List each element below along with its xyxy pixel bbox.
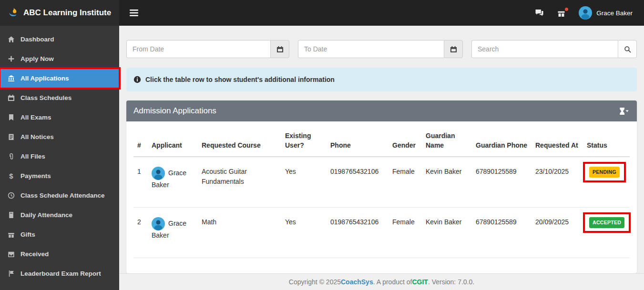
sidebar-item-payments[interactable]: $ Payments	[0, 166, 119, 186]
table-row[interactable]: 1 Grace Baker Acoustic Guitar Fundamenta…	[133, 157, 630, 208]
status-badge: PENDING	[589, 167, 620, 178]
user-menu[interactable]: Grace Baker	[579, 6, 633, 20]
cell-phone: 0198765432106	[327, 157, 388, 208]
col-header: Applicant	[148, 121, 198, 157]
search-input[interactable]	[471, 40, 618, 58]
cell-existing-user: Yes	[281, 157, 327, 208]
admissions-panel: Admission Applications	[126, 100, 637, 273]
search-icon	[624, 46, 631, 53]
sidebar-item-dashboard[interactable]: Dashboard	[0, 30, 119, 49]
sidebar-item-label: All Files	[20, 153, 45, 160]
search-button[interactable]	[618, 40, 637, 58]
from-date-group	[126, 40, 289, 58]
sidebar-item-label: Dashboard	[20, 36, 54, 43]
topbar-icons: Grace Baker	[535, 6, 644, 20]
book-icon	[8, 114, 15, 121]
sidebar-item-label: Leaderboard Exam Report	[20, 270, 101, 277]
annotation-box: PENDING	[583, 162, 626, 183]
annotation-box: ACCEPTED	[583, 212, 631, 233]
plus-icon	[8, 55, 15, 62]
cell-num: 2	[133, 207, 148, 258]
gift-icon	[8, 231, 15, 238]
notification-dot	[565, 8, 568, 11]
brand[interactable]: ABC Learning Institute	[0, 0, 119, 26]
col-header: Guardian Phone	[472, 121, 532, 157]
filter-dropdown-button[interactable]	[619, 108, 630, 115]
applications-table: # Applicant Requested Course Existing Us…	[133, 121, 630, 258]
sidebar-item-all-applications[interactable]: All Applications	[0, 69, 119, 88]
sidebar-item-label: Apply Now	[20, 55, 54, 62]
from-date-input[interactable]	[126, 40, 270, 58]
brand-title: ABC Learning Institute	[23, 8, 111, 18]
hamburger-menu-icon[interactable]	[130, 10, 138, 16]
sidebar-item-daily-attendance[interactable]: Daily Attendance	[0, 205, 119, 225]
to-date-group	[298, 40, 463, 58]
info-alert: Click the table row to show student's ad…	[126, 68, 637, 91]
info-icon	[133, 76, 141, 83]
sidebar-item-class-schedule-attendance[interactable]: Class Schedule Attendance	[0, 186, 119, 205]
panel-header: Admission Applications	[126, 100, 637, 121]
cell-applicant: Grace Baker	[148, 207, 198, 258]
sidebar-item-class-schedules[interactable]: Class Schedules	[0, 88, 119, 108]
cell-existing-user: Yes	[281, 207, 327, 258]
clipboard-icon	[8, 133, 15, 140]
sidebar-item-all-exams[interactable]: All Exams	[0, 108, 119, 127]
col-header: Status	[583, 121, 630, 157]
avatar	[152, 167, 165, 180]
gift-notification-icon[interactable]	[557, 9, 565, 17]
sidebar-item-gifts[interactable]: Gifts	[0, 225, 119, 244]
sidebar-item-all-files[interactable]: All Files	[0, 147, 119, 166]
cell-guardian-phone: 67890125589	[472, 207, 532, 258]
layout: Dashboard Apply Now All Applications Cla…	[0, 26, 644, 290]
flag-icon	[8, 270, 15, 277]
calendar-icon	[8, 94, 15, 101]
cgit-link[interactable]: CGIT	[412, 278, 428, 286]
col-header: Phone	[327, 121, 388, 157]
cell-course: Acoustic Guitar Fundamentals	[198, 157, 281, 208]
footer-text: . Version: 7.0.0.	[428, 278, 474, 286]
col-header: Gender	[388, 121, 422, 157]
cell-phone: 0198765432106	[327, 207, 388, 258]
col-header: Existing User?	[281, 121, 327, 157]
topbar: ABC Learning Institute	[0, 0, 644, 26]
status-badge: ACCEPTED	[589, 217, 624, 229]
cell-num: 1	[133, 157, 148, 208]
sidebar-item-label: Class Schedules	[20, 94, 72, 101]
col-header: Requested Course	[198, 121, 281, 157]
coachsys-link[interactable]: CoachSys	[341, 278, 373, 286]
sidebar-item-all-notices[interactable]: All Notices	[0, 127, 119, 147]
chat-icon[interactable]	[535, 9, 544, 17]
app-root: ABC Learning Institute	[0, 0, 644, 290]
sidebar-item-label: Payments	[20, 172, 51, 180]
table-row[interactable]: 2 Grace Baker Math Yes 0198765432106	[133, 207, 630, 258]
dollar-icon: $	[8, 172, 15, 180]
cell-requested-at: 23/10/2025	[532, 157, 583, 208]
notebook-icon	[8, 211, 15, 219]
cell-guardian-name: Kevin Baker	[422, 207, 472, 258]
hourglass-caret-icon	[619, 108, 630, 115]
sidebar-item-label: Daily Attendance	[20, 211, 72, 219]
main-area: Click the table row to show student's ad…	[119, 26, 644, 290]
sidebar-item-label: All Applications	[20, 75, 69, 82]
sidebar-item-received[interactable]: Received	[0, 244, 119, 264]
cell-guardian-name: Kevin Baker	[422, 157, 472, 208]
footer-text: Copyright © 2025	[289, 278, 341, 286]
sidebar-item-label: All Notices	[20, 133, 54, 140]
col-header: Guardian Name	[422, 121, 472, 157]
table-header-row: # Applicant Requested Course Existing Us…	[133, 121, 630, 157]
cell-status: ACCEPTED	[583, 207, 630, 258]
clock-icon	[8, 192, 15, 199]
inbox-icon	[8, 250, 15, 258]
sidebar-item-leaderboard-exam-report[interactable]: Leaderboard Exam Report	[0, 264, 119, 283]
col-header: #	[133, 121, 148, 157]
from-date-calendar-button[interactable]	[270, 40, 289, 58]
sidebar-item-label: Gifts	[20, 231, 35, 238]
panel-body: # Applicant Requested Course Existing Us…	[126, 121, 637, 273]
sidebar-menu: Dashboard Apply Now All Applications Cla…	[0, 30, 119, 283]
to-date-input[interactable]	[298, 40, 444, 58]
cell-applicant: Grace Baker	[148, 157, 198, 208]
cell-requested-at: 20/09/2025	[532, 207, 583, 258]
sidebar-item-apply-now[interactable]: Apply Now	[0, 49, 119, 69]
to-date-calendar-button[interactable]	[444, 40, 463, 58]
sidebar-item-label: All Exams	[20, 114, 51, 121]
